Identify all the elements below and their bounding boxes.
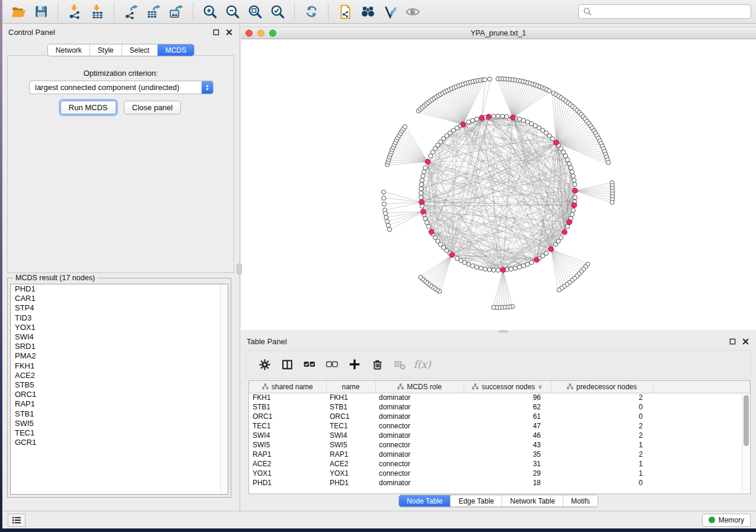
cell-name[interactable]: TEC1: [326, 421, 375, 431]
table-scrollbar[interactable]: [742, 393, 749, 493]
network-node[interactable]: [569, 166, 573, 170]
cell-successor-nodes[interactable]: 61: [464, 412, 551, 421]
tab-node-table[interactable]: Node Table: [399, 495, 451, 507]
network-from-document-button[interactable]: [334, 2, 356, 22]
network-node[interactable]: [557, 288, 561, 292]
export-table-button[interactable]: [143, 2, 164, 22]
cell-successor-nodes[interactable]: 62: [464, 402, 551, 412]
network-node[interactable]: [474, 265, 479, 269]
network-node[interactable]: [513, 266, 517, 270]
network-node[interactable]: [421, 174, 425, 178]
network-node[interactable]: [483, 267, 487, 271]
mcds-result-item[interactable]: ACE2: [11, 371, 228, 380]
network-node[interactable]: [483, 78, 487, 82]
network-node[interactable]: [566, 158, 570, 162]
mcds-result-item[interactable]: STB1: [11, 409, 228, 419]
cell-name[interactable]: ACE2: [326, 459, 375, 469]
network-node[interactable]: [500, 114, 505, 118]
network-node[interactable]: [496, 114, 500, 118]
cell-successor-nodes[interactable]: 35: [464, 450, 551, 459]
import-network-button[interactable]: [64, 2, 85, 22]
run-mcds-button[interactable]: Run MCDS: [60, 101, 116, 114]
network-node[interactable]: [572, 178, 576, 182]
cell-shared-name[interactable]: TEC1: [249, 421, 326, 431]
network-node[interactable]: [474, 117, 479, 121]
network-node[interactable]: [419, 191, 423, 195]
selected-network-node[interactable]: [562, 230, 567, 235]
network-node[interactable]: [509, 267, 513, 271]
network-node[interactable]: [423, 166, 428, 170]
cell-mcds-role[interactable]: connector: [375, 459, 464, 469]
network-node[interactable]: [566, 225, 570, 229]
mcds-result-item[interactable]: SWI4: [11, 332, 228, 342]
tab-edge-table[interactable]: Edge Table: [450, 495, 502, 507]
deselect-all-rows-button[interactable]: [322, 354, 342, 374]
cell-mcds-role[interactable]: connector: [375, 421, 464, 431]
cell-predecessor-nodes[interactable]: 1: [551, 469, 653, 478]
network-node[interactable]: [381, 190, 385, 194]
cell-successor-nodes[interactable]: 29: [464, 469, 551, 478]
cell-shared-name[interactable]: FKH1: [249, 393, 326, 402]
column-header-predecessor-nodes[interactable]: predecessor nodes: [551, 381, 653, 393]
tab-mcds[interactable]: MCDS: [157, 44, 194, 56]
cell-predecessor-nodes[interactable]: 1: [551, 459, 653, 469]
tab-select[interactable]: Select: [122, 44, 157, 56]
network-node[interactable]: [496, 268, 500, 272]
node-table[interactable]: shared namenameMCDS rolesuccessor nodes∨…: [249, 381, 750, 488]
zoom-out-button[interactable]: [222, 2, 243, 22]
cell-shared-name[interactable]: YOX1: [249, 469, 326, 478]
network-node[interactable]: [382, 202, 386, 206]
cell-shared-name[interactable]: ORC1: [249, 412, 326, 421]
add-column-button[interactable]: [344, 354, 365, 374]
mcds-result-list[interactable]: PHD1CAR1STP4TID3YOX1SWI4SRD1PMA2FKH1ACE2…: [10, 284, 228, 495]
network-node[interactable]: [525, 120, 529, 124]
cell-shared-name[interactable]: SWI4: [249, 431, 326, 440]
table-row[interactable]: ORC1ORC1dominator610: [249, 412, 750, 421]
network-node[interactable]: [471, 118, 475, 123]
column-header-successor-nodes[interactable]: successor nodes∨: [464, 381, 551, 393]
tab-motifs[interactable]: Motifs: [563, 495, 598, 507]
selected-network-node[interactable]: [421, 209, 426, 214]
zoom-fit-button[interactable]: [244, 2, 266, 22]
cell-name[interactable]: RAP1: [326, 450, 375, 459]
cell-predecessor-nodes[interactable]: 1: [551, 440, 653, 450]
network-node[interactable]: [487, 268, 492, 272]
network-node[interactable]: [384, 211, 388, 216]
table-scrollbar-thumb[interactable]: [744, 395, 749, 446]
network-node[interactable]: [419, 187, 423, 191]
selected-network-node[interactable]: [572, 203, 577, 208]
criterion-dropdown[interactable]: largest connected component (undirected)…: [29, 81, 213, 94]
network-node[interactable]: [492, 268, 496, 272]
network-node[interactable]: [467, 120, 471, 124]
table-row[interactable]: PHD1PHD1dominator180: [249, 478, 750, 488]
selected-network-node[interactable]: [534, 257, 540, 262]
cell-name[interactable]: STB1: [326, 402, 375, 412]
network-node[interactable]: [521, 118, 525, 123]
network-node[interactable]: [382, 196, 386, 200]
network-node[interactable]: [573, 196, 577, 200]
cell-mcds-role[interactable]: dominator: [375, 450, 464, 459]
zoom-selected-button[interactable]: [267, 2, 288, 22]
network-node[interactable]: [521, 264, 525, 268]
network-node[interactable]: [487, 77, 492, 81]
network-node[interactable]: [547, 89, 551, 93]
cell-successor-nodes[interactable]: 46: [464, 431, 551, 440]
cell-successor-nodes[interactable]: 18: [464, 478, 551, 488]
network-node[interactable]: [550, 137, 554, 141]
table-row[interactable]: ACE2ACE2connector311: [249, 459, 750, 469]
mcds-result-item[interactable]: TEC1: [11, 428, 228, 438]
tab-network-table[interactable]: Network Table: [502, 495, 563, 507]
cell-predecessor-nodes[interactable]: 2: [551, 421, 653, 431]
close-panel-button[interactable]: [224, 28, 234, 37]
network-node[interactable]: [610, 200, 614, 204]
cell-mcds-role[interactable]: dominator: [375, 412, 464, 421]
network-node[interactable]: [570, 169, 574, 174]
cell-name[interactable]: SWI5: [326, 440, 375, 450]
cell-mcds-role[interactable]: dominator: [375, 478, 464, 488]
tab-network[interactable]: Network: [48, 44, 90, 56]
save-session-button[interactable]: [30, 2, 52, 22]
network-node[interactable]: [419, 275, 423, 280]
network-node[interactable]: [479, 266, 483, 270]
table-row[interactable]: FKH1FKH1dominator962: [249, 393, 750, 402]
apply-function-button[interactable]: f(x): [412, 354, 432, 374]
